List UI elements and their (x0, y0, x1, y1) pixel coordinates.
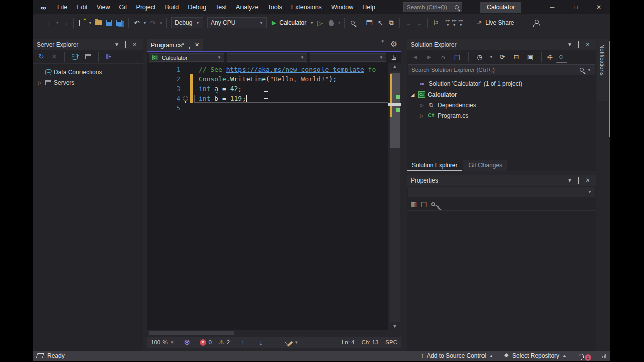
indent-decrease-icon[interactable]: ≡ (403, 18, 413, 28)
minimize-button[interactable]: ─ (541, 0, 564, 14)
tab-close-icon[interactable]: ✕ (195, 42, 199, 48)
code-editor[interactable]: 1// See https://aka.ms/new-console-templ… (147, 63, 401, 330)
code-health-icon[interactable]: ♼ (182, 337, 192, 347)
navigate-back-dropdown[interactable]: ▼ (55, 21, 60, 25)
start-debugging-button[interactable]: ▶ Calculator (269, 19, 309, 26)
scroll-down-icon[interactable]: ▼ (388, 324, 401, 329)
save-all-icon[interactable] (115, 18, 125, 28)
select-repository-button[interactable]: Select Repository ▲ (504, 352, 567, 359)
undo-dropdown[interactable]: ▼ (142, 21, 147, 25)
horizontal-scrollbar[interactable] (147, 330, 401, 337)
bookmark-icon[interactable]: ⚐ (431, 18, 441, 28)
expander-icon[interactable]: ▷ (419, 113, 425, 118)
server-explorer-close-icon[interactable]: ✕ (130, 42, 139, 47)
search-options-dropdown[interactable]: ▼ (587, 68, 592, 72)
server-explorer-item-data-connections[interactable]: Data Connections (33, 67, 143, 77)
stop-refresh-icon[interactable]: ✕ (49, 52, 59, 62)
start-without-debugging-icon[interactable]: ▷ (315, 18, 325, 28)
start-debugging-dropdown[interactable]: ▼ (309, 21, 314, 25)
solution-explorer-pin-icon[interactable] (574, 42, 583, 47)
space-mode-indicator[interactable]: SPC (385, 339, 397, 345)
alphabetical-sort-icon[interactable]: ▤ (421, 200, 427, 208)
menu-window[interactable]: Window (327, 0, 358, 14)
expander-icon[interactable]: ◢ (410, 92, 416, 97)
properties-pin-icon[interactable] (574, 177, 583, 183)
member-dropdown[interactable]: ▼ (310, 53, 386, 62)
next-bookmark-icon[interactable]: ▸▸▼ (452, 18, 457, 27)
menu-tools[interactable]: Tools (263, 0, 287, 14)
property-pages-key-icon[interactable] (431, 202, 435, 206)
open-file-icon[interactable] (93, 18, 103, 28)
menu-analyze[interactable]: Analyze (231, 0, 263, 14)
sharepoint-connections-icon[interactable]: ⊪ (104, 52, 114, 62)
filter-dropdown[interactable]: ▼ (489, 55, 494, 59)
save-icon[interactable] (104, 18, 114, 28)
solution-tree-item-calculator[interactable]: ◢C#Calculator (407, 89, 596, 100)
notifications-side-tab[interactable]: Notifications (597, 39, 608, 101)
maximize-button[interactable]: □ (564, 0, 587, 14)
column-indicator[interactable]: Ch: 13 (361, 339, 378, 345)
show-all-files-icon[interactable]: ▣ (525, 52, 535, 62)
type-dropdown[interactable]: ▼ (227, 53, 307, 62)
quick-actions-lightbulb-icon[interactable] (180, 96, 190, 101)
vertical-scrollbar[interactable]: ▲ ▼ (388, 63, 401, 330)
switch-views-icon[interactable]: ▤ (452, 52, 462, 62)
redo-dropdown[interactable]: ▼ (158, 21, 164, 25)
solution-explorer-search-box[interactable]: Search Solution Explorer (Ctrl+;) ▼ (408, 64, 595, 75)
tool-tab-git-changes[interactable]: Git Changes (463, 160, 507, 171)
editor-options-gear-icon[interactable]: ⚙ (390, 39, 397, 49)
hot-reload-dropdown[interactable]: ▼ (337, 21, 342, 25)
solution-tree-item-dependencies[interactable]: ▷⧉Dependencies (407, 100, 596, 110)
feedback-person-icon[interactable] (531, 18, 541, 28)
platform-dropdown[interactable]: Any CPU ▼ (207, 17, 267, 28)
properties-object-dropdown[interactable]: ▼ (408, 187, 595, 197)
properties-menu-icon[interactable]: ▼ (565, 177, 574, 183)
tab-program-cs[interactable]: Program.cs* ✕ (147, 39, 203, 51)
redo-icon[interactable]: ↷ (148, 18, 158, 28)
tab-pin-icon[interactable] (188, 43, 191, 46)
code-line-2[interactable]: 2Console.WriteLine("Hello, World!"); (147, 74, 401, 84)
warning-count[interactable]: ⚠ 2 (219, 339, 230, 346)
quick-search-box[interactable]: Search (Ctrl+Q) (403, 2, 462, 12)
code-line-3[interactable]: 3int a = 42; (147, 84, 401, 94)
home-icon[interactable]: ⌂ (438, 52, 448, 62)
undo-icon[interactable]: ↶ (132, 18, 142, 28)
properties-wrench-icon[interactable]: ⚒ (546, 53, 555, 62)
menu-build[interactable]: Build (160, 0, 183, 14)
menu-extensions[interactable]: Extensions (287, 0, 327, 14)
pending-changes-filter-icon[interactable]: ◷ (475, 52, 485, 62)
background-tasks-icon[interactable] (36, 353, 44, 358)
code-line-4[interactable]: 4int b = 119; (147, 94, 401, 103)
split-window-icon[interactable]: ⫡ (389, 53, 399, 63)
indent-increase-icon[interactable]: ≡ (414, 18, 424, 28)
add-to-source-control-button[interactable]: ↑ Add to Source Control ▲ (421, 352, 493, 359)
preview-selected-items-icon[interactable]: ⍜ (556, 52, 567, 62)
toolbar-grip[interactable]: ⋮⋮ (36, 18, 41, 28)
refresh-icon[interactable]: ↻ (36, 52, 46, 62)
menu-file[interactable]: File (53, 0, 72, 14)
project-dropdown[interactable]: C# Calculator ▼ (149, 53, 224, 62)
next-issue-icon[interactable]: ↓ (256, 337, 266, 347)
navigate-back-icon[interactable]: ← (44, 18, 54, 28)
close-button[interactable]: ✕ (587, 0, 610, 14)
menu-git[interactable]: Git (115, 0, 132, 14)
hot-reload-icon[interactable] (326, 18, 336, 28)
show-output-icon[interactable]: 🗔 (364, 18, 374, 28)
code-cleanup-button[interactable]: ▼ (286, 339, 299, 345)
server-explorer-pin-icon[interactable] (121, 42, 130, 47)
connect-to-database-icon[interactable] (70, 52, 80, 62)
server-explorer-item-servers[interactable]: ▷Servers (33, 77, 143, 88)
solution-tree-item-program-cs[interactable]: ▷C#Program.cs (407, 110, 596, 121)
tool-tab-solution-explorer[interactable]: Solution Explorer (407, 160, 462, 171)
expander-icon[interactable]: ▷ (37, 80, 43, 85)
collapse-all-icon[interactable]: ⊟ (511, 52, 521, 62)
new-project-dropdown[interactable]: ▼ (88, 21, 93, 25)
scroll-up-icon[interactable]: ▲ (388, 64, 401, 69)
document-outline-icon[interactable]: ⧉ (386, 18, 396, 28)
live-share-button[interactable]: ⬏ Live Share (476, 19, 514, 27)
code-line-1[interactable]: 1// See https://aka.ms/new-console-templ… (147, 65, 401, 74)
clear-bookmarks-icon[interactable]: ▸▸▼ (458, 18, 463, 27)
forward-icon[interactable]: ► (424, 52, 434, 62)
previous-issue-icon[interactable]: ↑ (237, 337, 248, 347)
zoom-dropdown[interactable]: 100 % ▼ (151, 339, 175, 345)
